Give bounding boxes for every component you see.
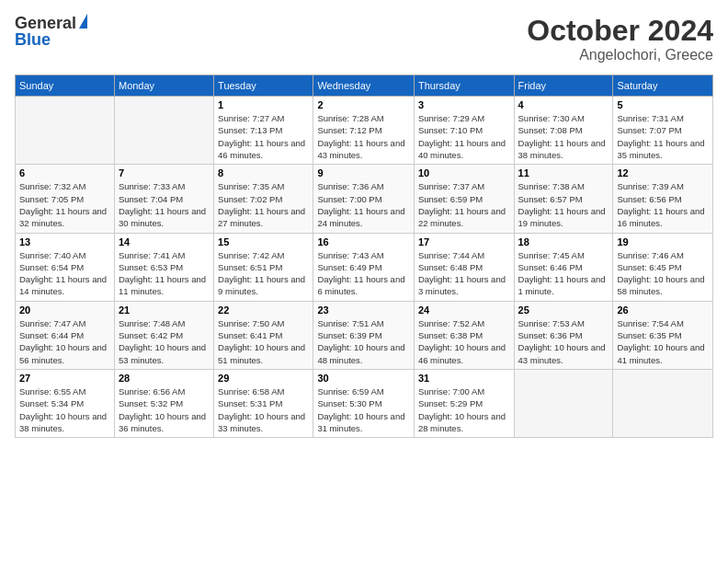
calendar-cell: 8 Sunrise: 7:35 AM Sunset: 7:02 PM Dayli…	[214, 165, 313, 233]
weekday-header-cell: Tuesday	[214, 75, 313, 97]
day-number: 10	[418, 167, 510, 178]
sunrise-text: Sunrise: 7:40 AM	[19, 250, 85, 260]
calendar-cell: 20 Sunrise: 7:47 AM Sunset: 6:44 PM Dayl…	[16, 301, 115, 369]
sunset-text: Sunset: 6:48 PM	[418, 262, 483, 272]
daylight-text: Daylight: 11 hours and 30 minutes.	[119, 206, 206, 228]
day-number: 5	[617, 99, 709, 110]
day-number: 3	[418, 99, 510, 110]
day-number: 23	[317, 304, 410, 316]
sunrise-text: Sunrise: 7:36 AM	[317, 181, 383, 191]
sunset-text: Sunset: 7:07 PM	[617, 125, 681, 135]
sunrise-text: Sunrise: 7:33 AM	[119, 181, 185, 191]
day-number: 25	[518, 304, 609, 316]
calendar-table: SundayMondayTuesdayWednesdayThursdayFrid…	[15, 75, 713, 438]
day-number: 30	[317, 373, 410, 384]
day-number: 14	[119, 236, 210, 247]
cell-content: Sunrise: 7:29 AM Sunset: 7:10 PM Dayligh…	[418, 112, 510, 161]
calendar-cell: 15 Sunrise: 7:42 AM Sunset: 6:51 PM Dayl…	[214, 233, 313, 301]
calendar-cell: 12 Sunrise: 7:39 AM Sunset: 6:56 PM Dayl…	[613, 165, 713, 233]
daylight-text: Daylight: 11 hours and 1 minute.	[518, 274, 606, 296]
calendar-cell: 1 Sunrise: 7:27 AM Sunset: 7:13 PM Dayli…	[214, 97, 313, 165]
daylight-text: Daylight: 10 hours and 36 minutes.	[119, 411, 206, 433]
daylight-text: Daylight: 11 hours and 14 minutes.	[19, 274, 107, 296]
calendar-cell: 21 Sunrise: 7:48 AM Sunset: 6:42 PM Dayl…	[114, 301, 213, 369]
sunrise-text: Sunrise: 7:54 AM	[617, 318, 683, 328]
day-number: 26	[617, 304, 709, 316]
sunset-text: Sunset: 7:00 PM	[317, 194, 381, 204]
day-number: 6	[19, 167, 110, 178]
sunset-text: Sunset: 6:44 PM	[19, 330, 84, 340]
cell-content: Sunrise: 7:37 AM Sunset: 6:59 PM Dayligh…	[418, 180, 510, 229]
daylight-text: Daylight: 10 hours and 48 minutes.	[317, 342, 404, 364]
title-area: October 2024 Angelochori, Greece	[527, 15, 713, 63]
daylight-text: Daylight: 11 hours and 32 minutes.	[19, 206, 107, 228]
cell-content: Sunrise: 7:52 AM Sunset: 6:38 PM Dayligh…	[418, 317, 510, 366]
sunset-text: Sunset: 7:10 PM	[418, 125, 483, 135]
weekday-header-cell: Saturday	[613, 75, 713, 97]
calendar-cell: 30 Sunrise: 6:59 AM Sunset: 5:30 PM Dayl…	[313, 369, 415, 437]
cell-content: Sunrise: 7:47 AM Sunset: 6:44 PM Dayligh…	[19, 317, 110, 366]
daylight-text: Daylight: 10 hours and 56 minutes.	[19, 342, 107, 364]
cell-content: Sunrise: 7:39 AM Sunset: 6:56 PM Dayligh…	[617, 180, 709, 229]
calendar-cell: 7 Sunrise: 7:33 AM Sunset: 7:04 PM Dayli…	[114, 165, 213, 233]
calendar-cell: 26 Sunrise: 7:54 AM Sunset: 6:35 PM Dayl…	[613, 301, 713, 369]
day-number: 1	[218, 99, 309, 110]
cell-content: Sunrise: 7:42 AM Sunset: 6:51 PM Dayligh…	[218, 249, 309, 298]
sunrise-text: Sunrise: 6:58 AM	[218, 386, 284, 396]
day-number: 4	[518, 99, 609, 110]
sunrise-text: Sunrise: 7:51 AM	[317, 318, 383, 328]
day-number: 9	[317, 167, 410, 178]
daylight-text: Daylight: 11 hours and 22 minutes.	[418, 206, 506, 228]
cell-content: Sunrise: 7:27 AM Sunset: 7:13 PM Dayligh…	[218, 112, 309, 161]
sunset-text: Sunset: 7:13 PM	[218, 125, 282, 135]
cell-content: Sunrise: 7:32 AM Sunset: 7:05 PM Dayligh…	[19, 180, 110, 229]
calendar-cell: 22 Sunrise: 7:50 AM Sunset: 6:41 PM Dayl…	[214, 301, 313, 369]
calendar-cell: 28 Sunrise: 6:56 AM Sunset: 5:32 PM Dayl…	[114, 369, 213, 437]
calendar-cell: 9 Sunrise: 7:36 AM Sunset: 7:00 PM Dayli…	[313, 165, 415, 233]
sunrise-text: Sunrise: 7:00 AM	[418, 386, 484, 396]
calendar-cell: 19 Sunrise: 7:46 AM Sunset: 6:45 PM Dayl…	[613, 233, 713, 301]
sunset-text: Sunset: 6:41 PM	[218, 330, 282, 340]
sunset-text: Sunset: 7:12 PM	[317, 125, 381, 135]
sunset-text: Sunset: 6:35 PM	[617, 330, 681, 340]
sunset-text: Sunset: 7:04 PM	[119, 194, 183, 204]
cell-content: Sunrise: 7:28 AM Sunset: 7:12 PM Dayligh…	[317, 112, 410, 161]
daylight-text: Daylight: 11 hours and 9 minutes.	[218, 274, 305, 296]
logo-blue-text: Blue	[15, 31, 51, 48]
cell-content: Sunrise: 6:55 AM Sunset: 5:34 PM Dayligh…	[19, 385, 110, 434]
day-number: 28	[119, 373, 210, 384]
sunset-text: Sunset: 6:59 PM	[418, 194, 483, 204]
cell-content: Sunrise: 7:45 AM Sunset: 6:46 PM Dayligh…	[518, 249, 609, 298]
cell-content: Sunrise: 7:41 AM Sunset: 6:53 PM Dayligh…	[119, 249, 210, 298]
daylight-text: Daylight: 10 hours and 46 minutes.	[418, 342, 506, 364]
calendar-cell: 6 Sunrise: 7:32 AM Sunset: 7:05 PM Dayli…	[16, 165, 115, 233]
daylight-text: Daylight: 10 hours and 58 minutes.	[617, 274, 704, 296]
calendar-week-row: 1 Sunrise: 7:27 AM Sunset: 7:13 PM Dayli…	[16, 97, 713, 165]
daylight-text: Daylight: 10 hours and 43 minutes.	[518, 342, 606, 364]
cell-content: Sunrise: 6:59 AM Sunset: 5:30 PM Dayligh…	[317, 385, 410, 434]
calendar-cell: 11 Sunrise: 7:38 AM Sunset: 6:57 PM Dayl…	[514, 165, 613, 233]
day-number: 16	[317, 236, 410, 247]
sunrise-text: Sunrise: 7:41 AM	[119, 250, 185, 260]
day-number: 31	[418, 373, 510, 384]
calendar-cell: 10 Sunrise: 7:37 AM Sunset: 6:59 PM Dayl…	[414, 165, 514, 233]
sunset-text: Sunset: 6:38 PM	[418, 330, 483, 340]
sunset-text: Sunset: 6:57 PM	[518, 194, 583, 204]
calendar-cell: 29 Sunrise: 6:58 AM Sunset: 5:31 PM Dayl…	[214, 369, 313, 437]
sunrise-text: Sunrise: 7:32 AM	[19, 181, 85, 191]
sunrise-text: Sunrise: 7:27 AM	[218, 113, 284, 123]
daylight-text: Daylight: 11 hours and 35 minutes.	[617, 138, 704, 160]
calendar-week-row: 20 Sunrise: 7:47 AM Sunset: 6:44 PM Dayl…	[16, 301, 713, 369]
calendar-cell: 3 Sunrise: 7:29 AM Sunset: 7:10 PM Dayli…	[414, 97, 514, 165]
sunrise-text: Sunrise: 7:42 AM	[218, 250, 284, 260]
logo-arrow-icon	[79, 14, 87, 29]
daylight-text: Daylight: 10 hours and 33 minutes.	[218, 411, 305, 433]
sunrise-text: Sunrise: 7:44 AM	[418, 250, 484, 260]
calendar-cell: 16 Sunrise: 7:43 AM Sunset: 6:49 PM Dayl…	[313, 233, 415, 301]
cell-content: Sunrise: 7:40 AM Sunset: 6:54 PM Dayligh…	[19, 249, 110, 298]
calendar-cell: 2 Sunrise: 7:28 AM Sunset: 7:12 PM Dayli…	[313, 97, 415, 165]
sunset-text: Sunset: 6:45 PM	[617, 262, 681, 272]
sunrise-text: Sunrise: 7:29 AM	[418, 113, 484, 123]
cell-content: Sunrise: 7:35 AM Sunset: 7:02 PM Dayligh…	[218, 180, 309, 229]
daylight-text: Daylight: 11 hours and 38 minutes.	[518, 138, 606, 160]
